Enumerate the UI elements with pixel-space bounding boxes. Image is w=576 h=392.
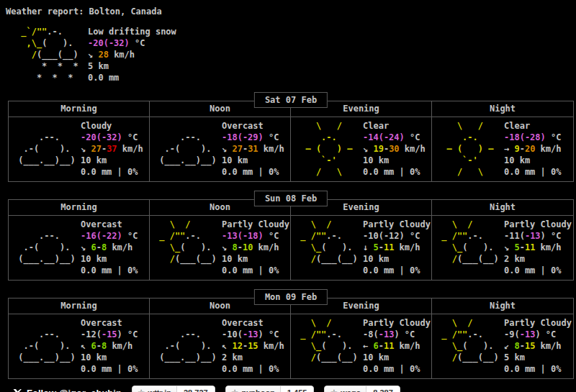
- weather-art-icon: \ / _ /"".-. \_( ). /(___(__): [436, 317, 501, 375]
- precipitation-text: 0.0 mm | 0%: [81, 265, 138, 276]
- condition-text: Partly Cloudy: [222, 219, 289, 230]
- twitter-follow-button[interactable]: Follow @igor_chubin: [13, 388, 122, 392]
- condition-text: Overcast: [222, 120, 284, 132]
- precipitation-text: 0.0 mm | 0%: [81, 166, 143, 178]
- star-icon: ☆: [231, 388, 239, 392]
- condition-text: Overcast: [81, 219, 138, 230]
- weather-art-icon: \ / .-. – ( ) – `-' / \: [295, 120, 360, 178]
- weather-art-icon: \ / .-. – ( ) – `-' / \: [436, 120, 501, 178]
- forecast-cell-mon-night: \ / _ /"".-. \_( ). /(___(__) Partly Clo…: [432, 314, 573, 378]
- precipitation-text: 0.0 mm | 0%: [363, 363, 431, 375]
- condition-text: Partly Cloudy: [504, 317, 572, 329]
- visibility-text: 10 km: [222, 155, 284, 166]
- temperature-text: -9(-13) °C: [504, 329, 572, 340]
- wind-text: ↖ 12-15 km/h: [222, 340, 284, 352]
- condition-text: Partly Cloudy: [363, 219, 431, 230]
- table-body-row: .--. .-( ). (___.__)__) Cloudy -20(-32) …: [9, 117, 573, 181]
- forecast-cell-sat-noon: .--. .-( ). (___.__)__) Overcast -18(-29…: [150, 117, 291, 181]
- weather-art-icon: \ / _ /"".-. \_( ). /(___(__): [154, 219, 219, 276]
- visibility-text: 10 km: [363, 253, 431, 265]
- wind-text: ↙ 8-15 km/h: [504, 340, 572, 352]
- weather-art-icon: .--. .-( ). (___.__)__): [154, 317, 219, 375]
- current-visibility-text: 5 km: [88, 60, 176, 72]
- precipitation-text: 0.0 mm | 0%: [222, 363, 284, 375]
- temperature-text: -18(-28) °C: [504, 132, 562, 143]
- forecast-table-mon: Mon 09 Feb Morning Noon Evening Night .-…: [8, 298, 574, 379]
- precipitation-text: 0.0 mm | 0%: [222, 265, 289, 276]
- github-star-button-wttrin[interactable]: ☆ wttr.in 28,727: [132, 386, 215, 392]
- column-header-morning: Morning: [9, 298, 150, 314]
- table-body-row: .--. .-( ). (___.__)__) Overcast -16(-22…: [9, 216, 573, 280]
- visibility-text: 10 km: [81, 352, 138, 363]
- temperature-text: -14(-24) °C: [363, 132, 426, 143]
- column-header-morning: Morning: [9, 200, 150, 215]
- visibility-text: 5 km: [504, 352, 572, 363]
- temperature-text: -10(-13) °C: [222, 329, 284, 340]
- precipitation-text: 0.0 mm | 0%: [363, 166, 426, 178]
- column-header-night: Night: [432, 200, 573, 215]
- temperature-text: -8(-13) °C: [363, 329, 431, 340]
- precipitation-text: 0.0 mm | 0%: [363, 265, 431, 276]
- condition-text: Overcast: [81, 317, 138, 329]
- forecast-cell-mon-evening: \ / _ /"".-. \_( ). /(___(__) Partly Clo…: [291, 314, 432, 378]
- visibility-text: 10 km: [81, 155, 143, 166]
- precipitation-text: 0.0 mm | 0%: [504, 363, 572, 375]
- repo-name: pyphoon: [241, 388, 274, 392]
- visibility-text: 10 km: [363, 155, 426, 166]
- visibility-text: 10 km: [363, 352, 431, 363]
- star-icon: ☆: [138, 388, 145, 392]
- github-star-button-wego[interactable]: ☆ wego 8,387: [324, 386, 400, 392]
- x-logo-icon: [13, 388, 22, 392]
- temperature-text: -10(-12) °C: [363, 230, 431, 242]
- precipitation-text: 0.0 mm | 0%: [222, 166, 284, 178]
- github-star-button-pyphoon[interactable]: ☆ pyphoon 1,455: [225, 386, 315, 392]
- forecast-cell-sun-noon: \ / _ /"".-. \_( ). /(___(__) Partly Clo…: [150, 216, 291, 280]
- star-count: 1,455: [281, 386, 314, 392]
- temperature-text: -16(-22) °C: [81, 230, 138, 242]
- wind-text: ↓ 5-11 km/h: [363, 242, 431, 253]
- weather-art-icon: .--. .-( ). (___.__)__): [13, 317, 78, 375]
- current-weather-art-icon: _`/"".-. ,\_( ). /(___(__) * * * * * *: [16, 26, 81, 83]
- temperature-text: -18(-29) °C: [222, 132, 284, 143]
- footer-bar: Follow @igor_chubin ☆ wttr.in 28,727 ☆ p…: [13, 385, 576, 392]
- table-body-row: .--. .-( ). (___.__)__) Overcast -12(-15…: [9, 314, 573, 378]
- visibility-text: 2 km: [222, 352, 284, 363]
- precipitation-text: 0.0 mm | 0%: [504, 265, 572, 276]
- column-header-morning: Morning: [9, 101, 150, 117]
- visibility-text: 10 km: [222, 253, 289, 265]
- current-conditions: _`/"".-. ,\_( ). /(___(__) * * * * * * L…: [16, 26, 576, 83]
- page-title: Weather report: Bolton, Canada: [6, 6, 576, 17]
- weather-art-icon: .--. .-( ). (___.__)__): [13, 120, 78, 178]
- visibility-text: 10 km: [81, 253, 138, 265]
- forecast-cell-mon-morning: .--. .-( ). (___.__)__) Overcast -12(-15…: [9, 314, 150, 378]
- star-count: 28,727: [177, 386, 215, 392]
- star-count: 8,387: [366, 386, 400, 392]
- weather-report: Weather report: Bolton, Canada _`/"".-. …: [0, 0, 576, 392]
- repo-name: wego: [341, 388, 361, 392]
- wind-text: → 9-20 km/h: [504, 143, 562, 155]
- weather-art-icon: .--. .-( ). (___.__)__): [13, 219, 78, 276]
- forecast-table-sun: Sun 08 Feb Morning Noon Evening Night .-…: [8, 199, 574, 281]
- condition-text: Overcast: [222, 317, 284, 329]
- forecast-cell-sat-evening: \ / .-. – ( ) – `-' / \ Clear -14(-24) °…: [291, 117, 432, 181]
- star-icon: ☆: [330, 388, 338, 392]
- forecast-table-sat: Sat 07 Feb Morning Noon Evening Night .-…: [8, 101, 574, 182]
- current-precipitation-text: 0.0 mm: [88, 72, 176, 83]
- date-label-sat: Sat 07 Feb: [254, 92, 328, 108]
- weather-art-icon: \ / _ /"".-. \_( ). /(___(__): [295, 219, 360, 276]
- weather-art-icon: \ / _ /"".-. \_( ). /(___(__): [295, 317, 360, 375]
- condition-text: Cloudy: [81, 120, 143, 132]
- wind-text: ↘ 19-30 km/h: [363, 143, 426, 155]
- current-temperature-text: -20(-32) °C: [88, 37, 176, 49]
- wind-text: ↘ 27-37 km/h: [81, 143, 143, 155]
- date-label-mon: Mon 09 Feb: [254, 289, 328, 305]
- temperature-text: -20(-32) °C: [81, 132, 143, 143]
- temperature-text: -11(-13) °C: [504, 230, 572, 242]
- precipitation-text: 0.0 mm | 0%: [504, 166, 562, 178]
- wind-text: ↘ 5-11 km/h: [504, 242, 572, 253]
- weather-art-icon: .--. .-( ). (___.__)__): [154, 120, 219, 178]
- visibility-text: 10 km: [504, 155, 562, 166]
- current-condition-text: Low drifting snow: [88, 26, 176, 37]
- condition-text: Partly Cloudy: [363, 317, 431, 329]
- wind-text: ← 6-11 km/h: [363, 340, 431, 352]
